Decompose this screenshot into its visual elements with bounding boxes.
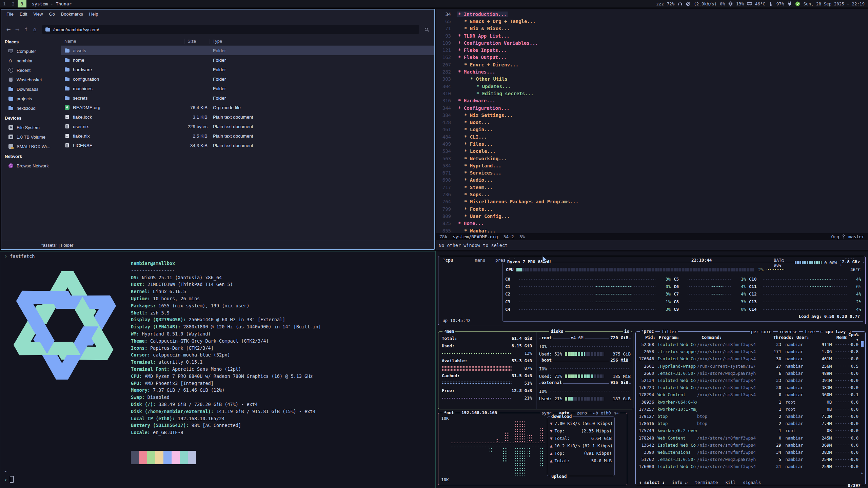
net-zero-toggle[interactable]: zero [575, 410, 588, 415]
sidebar-item[interactable]: 1,0 TB Volume [1, 132, 61, 142]
org-line[interactable]: 764 * Miscellaneous Packages and Program… [436, 198, 868, 205]
process-row[interactable]: 3390 WebExtensions /nix/store/sm8fmrf3wp… [638, 449, 863, 456]
tab-cpu[interactable]: ¹cpu [441, 258, 455, 263]
org-line[interactable]: 316 * Hardware... [436, 97, 868, 104]
sidebar-item[interactable]: projects [1, 94, 61, 103]
menu-item[interactable]: File [3, 12, 17, 17]
org-heading[interactable]: * Home... [457, 221, 485, 226]
disks-title[interactable]: disks [549, 329, 565, 334]
org-heading[interactable]: * Audio... [463, 177, 494, 183]
org-heading[interactable]: * Flake Inputs... [457, 47, 508, 53]
org-line[interactable]: 534 * Locale... [436, 148, 868, 155]
thermometer-icon[interactable] [768, 1, 773, 6]
org-line[interactable]: 428 * Boot... [436, 119, 868, 126]
net-title[interactable]: ³net [442, 410, 455, 415]
org-line[interactable]: 310 * Editing secrets... [436, 90, 868, 97]
column-type[interactable]: Type [210, 39, 434, 44]
proc-footer-hint[interactable]: info ↵ [671, 480, 689, 485]
org-heading[interactable]: * Sops... [463, 192, 491, 197]
org-line[interactable]: 563 * Networking... [436, 155, 868, 162]
org-heading[interactable]: * Flake Output... [457, 55, 508, 60]
org-line[interactable]: 267 * Envrc + Direnv... [436, 61, 868, 68]
org-line[interactable]: 282 * Machines... [436, 68, 868, 75]
process-row[interactable]: 13642 Isolated Web Co /nix/store/sm8fmrf… [638, 442, 863, 449]
org-heading[interactable]: * Editing secrets... [475, 91, 535, 96]
org-heading[interactable]: * Fonts... [463, 206, 494, 212]
proc-footer-hint[interactable]: terminate [693, 480, 719, 485]
shell-prompt-bottom[interactable]: › [4, 476, 14, 483]
file-row[interactable]: assets Folder [61, 46, 434, 55]
sidebar-item[interactable]: nambiar [1, 56, 61, 65]
scroll-down-indicator[interactable]: ↓ [861, 470, 863, 475]
sidebar-item[interactable]: Recent [1, 65, 61, 75]
file-row[interactable]: hardware Folder [61, 65, 434, 74]
git-branch[interactable]: master [848, 234, 864, 239]
org-heading[interactable]: * Envrc + Direnv... [463, 62, 519, 67]
memory-icon[interactable] [747, 1, 752, 6]
net-interface-switch[interactable]: ←b eth0 n→ [592, 410, 620, 415]
path-bar[interactable]: /home/nambiar/system/ [42, 25, 419, 34]
col-user[interactable]: User: [792, 335, 825, 340]
up-button[interactable]: ↑ [22, 26, 31, 33]
column-size[interactable]: Size [184, 39, 210, 44]
col-mem[interactable]: MemB [825, 335, 847, 340]
org-heading[interactable]: * Machines... [457, 69, 496, 75]
file-row[interactable]: README.org 76,4 KiB Org-mode file [61, 103, 434, 112]
sidebar-item[interactable]: Wastebasket [1, 75, 61, 84]
menu-item[interactable]: Edit [17, 12, 30, 17]
org-heading[interactable]: * Login... [463, 127, 494, 132]
file-row[interactable]: configuration Folder [61, 74, 434, 84]
search-button[interactable] [422, 28, 431, 32]
org-line[interactable]: 121 * Flake Inputs... [436, 46, 868, 54]
sidebar-item[interactable]: Downloads [1, 84, 61, 94]
org-heading[interactable]: * Other Utils [469, 76, 509, 82]
org-line[interactable]: 671 * Services... [436, 169, 868, 177]
sidebar-item[interactable]: nextcloud [1, 103, 61, 113]
proc-reverse-toggle[interactable]: reverse [778, 329, 799, 334]
volume-value[interactable]: 72% [667, 1, 675, 6]
network-rate[interactable]: (2.9kb/s) [694, 1, 717, 6]
temperature-value[interactable]: 46°C [755, 1, 765, 6]
mem-title[interactable]: ²mem [442, 329, 455, 334]
org-heading[interactable]: * Nix Settings... [463, 113, 514, 118]
org-heading[interactable]: * Services... [463, 170, 502, 176]
org-line[interactable]: 34 * Introduction... [436, 11, 868, 18]
org-line[interactable]: 93 * TLDR App List... [436, 32, 868, 39]
col-command[interactable]: Command: [702, 335, 773, 340]
proc-tree-toggle[interactable]: tree [803, 329, 816, 334]
file-row[interactable]: flake.lock 3,1 KiB Plain text document [61, 112, 434, 122]
check-icon[interactable] [795, 1, 800, 6]
org-line[interactable]: 717 * Steam... [436, 184, 868, 191]
sidebar-item[interactable]: Browse Network [1, 161, 61, 170]
file-row[interactable]: home Folder [61, 55, 434, 65]
org-heading[interactable]: * Hardware... [457, 98, 496, 103]
proc-footer-hint[interactable]: ↑ select ↓ [638, 480, 666, 485]
org-line[interactable]: 461 * Login... [436, 126, 868, 133]
menu-item[interactable]: View [30, 12, 46, 17]
org-heading[interactable]: * Networking... [463, 156, 508, 161]
org-heading[interactable]: * Steam... [463, 185, 494, 190]
process-row[interactable]: 2658 .firefox-wrappe /nix/store/sm8fmrf3… [638, 348, 863, 355]
org-line[interactable]: 344 * Configuration... [436, 104, 868, 111]
org-line[interactable]: 162 * Flake Output... [436, 54, 868, 61]
org-line[interactable]: 809 * User Config... [436, 212, 868, 220]
menu-item[interactable]: Go [46, 12, 58, 17]
buffer-name[interactable]: system/README.org [453, 234, 498, 239]
col-pid[interactable]: Pid: [638, 335, 655, 340]
org-line[interactable]: 484 * CLI... [436, 133, 868, 140]
org-line[interactable]: 584 * Hyprland... [436, 162, 868, 169]
org-line[interactable]: 799 * Fonts... [436, 205, 868, 212]
file-row[interactable]: machines Folder [61, 84, 434, 93]
proc-filter[interactable]: filter [660, 329, 678, 334]
gear-icon[interactable] [728, 1, 733, 6]
memory-usage-value[interactable]: 13% [736, 1, 744, 6]
proc-scrollbar[interactable] [861, 341, 864, 347]
workspace-button[interactable]: 3 [18, 0, 26, 7]
org-heading[interactable]: * Boot... [463, 120, 491, 125]
process-row[interactable]: 176000 Isolated Web Co /nix/store/sm8fmr… [638, 463, 863, 470]
org-line[interactable]: 304 * Updates... [436, 83, 868, 90]
file-row[interactable]: user.nix 229 bytes Plain text document [61, 122, 434, 131]
org-line[interactable]: 698 * Audio... [436, 177, 868, 184]
process-row[interactable]: 176646 Isolated Web Co /nix/store/sm8fmr… [638, 355, 863, 362]
proc-footer-hint[interactable]: signals [742, 480, 762, 485]
